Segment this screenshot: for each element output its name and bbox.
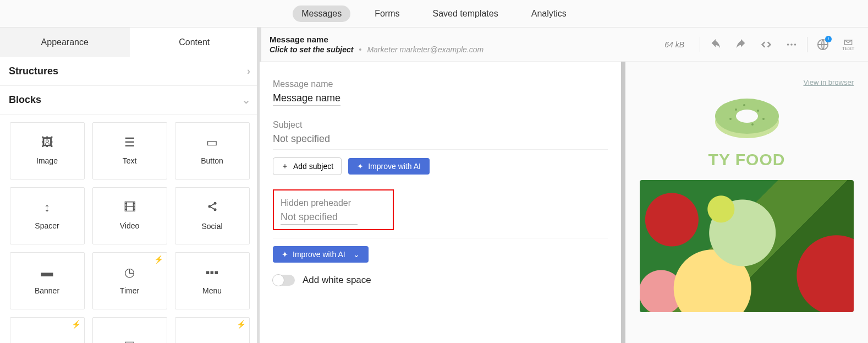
tab-analytics[interactable]: Analytics (523, 6, 575, 22)
section-blocks-label: Blocks (9, 94, 41, 106)
preheader-label: Hidden preheader (281, 198, 386, 208)
section-structures-label: Structures (9, 66, 58, 77)
bolt-icon: ⚡ (154, 255, 163, 264)
brand-logo-icon (711, 94, 783, 144)
header-size: 64 kB (664, 40, 684, 49)
block-timer[interactable]: ⚡◷Timer (92, 252, 167, 309)
subject-field[interactable]: Not specified (273, 133, 608, 146)
block-extra-2[interactable]: ▣ (92, 317, 167, 343)
image-icon: 🖼 (41, 137, 53, 149)
white-space-toggle[interactable] (273, 275, 295, 286)
subject-label: Subject (273, 120, 608, 130)
preheader-field[interactable] (281, 211, 358, 225)
section-structures[interactable]: Structures › (0, 57, 259, 86)
svg-point-12 (743, 104, 745, 106)
block-image[interactable]: 🖼Image (10, 122, 85, 179)
sidebar-tab-appearance[interactable]: Appearance (0, 28, 130, 57)
sparkle-icon: ✦ (282, 250, 288, 259)
block-text[interactable]: ☰Text (92, 122, 167, 179)
test-button[interactable]: TEST (838, 35, 858, 55)
message-name-label: Message name (273, 79, 608, 89)
button-icon: ▭ (206, 137, 218, 149)
block-spacer[interactable]: ↕Spacer (10, 187, 85, 244)
svg-point-3 (787, 43, 789, 46)
svg-point-13 (762, 118, 765, 120)
share-icon (207, 201, 218, 214)
plus-icon: ＋ (281, 161, 289, 171)
block-banner[interactable]: ▬Banner (10, 252, 85, 309)
header-subject-prompt[interactable]: Click to set the subject (270, 45, 353, 54)
editor-header: Message name Click to set the subject • … (260, 28, 868, 62)
svg-point-14 (729, 118, 732, 120)
left-sidebar: Appearance Content Structures › Blocks ⌄… (0, 28, 260, 343)
banner-icon: ▬ (41, 266, 53, 279)
svg-point-5 (794, 43, 796, 46)
more-button[interactable] (782, 35, 801, 55)
message-name-field[interactable]: Message name (273, 92, 340, 106)
view-in-browser-link[interactable]: View in browser (640, 78, 854, 86)
redo-button[interactable] (731, 35, 751, 55)
section-blocks[interactable]: Blocks ⌄ (0, 86, 259, 115)
white-space-label: Add white space (303, 275, 371, 286)
bolt-icon: ⚡ (72, 320, 81, 329)
video-icon: 🎞 (124, 202, 136, 214)
sidebar-tab-content[interactable]: Content (130, 28, 260, 57)
header-from[interactable]: Marketer marketer@example.com (367, 45, 484, 54)
globe-button[interactable]: ! (813, 35, 833, 55)
block-button[interactable]: ▭Button (175, 122, 250, 179)
tab-messages[interactable]: Messages (293, 6, 350, 22)
spacer-icon: ↕ (44, 202, 50, 214)
sparkle-icon: ✦ (357, 162, 364, 171)
hero-image (640, 180, 854, 312)
svg-point-11 (757, 110, 759, 112)
block-video[interactable]: 🎞Video (92, 187, 167, 244)
chevron-down-icon: ⌄ (353, 250, 360, 259)
preheader-highlight: Hidden preheader (273, 189, 394, 230)
tab-forms[interactable]: Forms (366, 6, 408, 22)
block-extra-3[interactable]: ⚡≡ (175, 317, 250, 343)
code-button[interactable] (756, 35, 776, 55)
bolt-icon: ⚡ (237, 320, 246, 329)
chevron-down-icon: ⌄ (242, 94, 250, 106)
undo-button[interactable] (706, 35, 726, 55)
block-extra-1[interactable]: ⚡· (10, 317, 85, 343)
notification-badge: ! (825, 36, 832, 42)
add-subject-button[interactable]: ＋Add subject (273, 157, 342, 175)
svg-point-4 (790, 43, 793, 46)
email-preview: View in browser TY FOOD (625, 62, 868, 343)
header-message-name[interactable]: Message name (270, 35, 659, 44)
tab-saved-templates[interactable]: Saved templates (424, 6, 507, 22)
brand-name: TY FOOD (640, 150, 854, 169)
block-social[interactable]: Social (175, 187, 250, 244)
svg-point-10 (735, 108, 737, 111)
svg-point-9 (736, 110, 758, 123)
block-menu[interactable]: ▪▪▪Menu (175, 252, 250, 309)
improve-subject-ai-button[interactable]: ✦Improve with AI (348, 158, 430, 175)
svg-point-15 (751, 123, 754, 126)
top-nav: Messages Forms Saved templates Analytics (0, 0, 868, 28)
text-icon: ☰ (124, 137, 135, 149)
menu-icon: ▪▪▪ (206, 266, 218, 279)
timer-icon: ◷ (124, 266, 135, 279)
improve-preheader-ai-button[interactable]: ✦Improve with AI⌄ (273, 246, 369, 263)
svg-point-1 (208, 205, 211, 208)
message-settings-panel: Message name Message name Subject Not sp… (260, 62, 625, 343)
chevron-right-icon: › (247, 66, 250, 77)
